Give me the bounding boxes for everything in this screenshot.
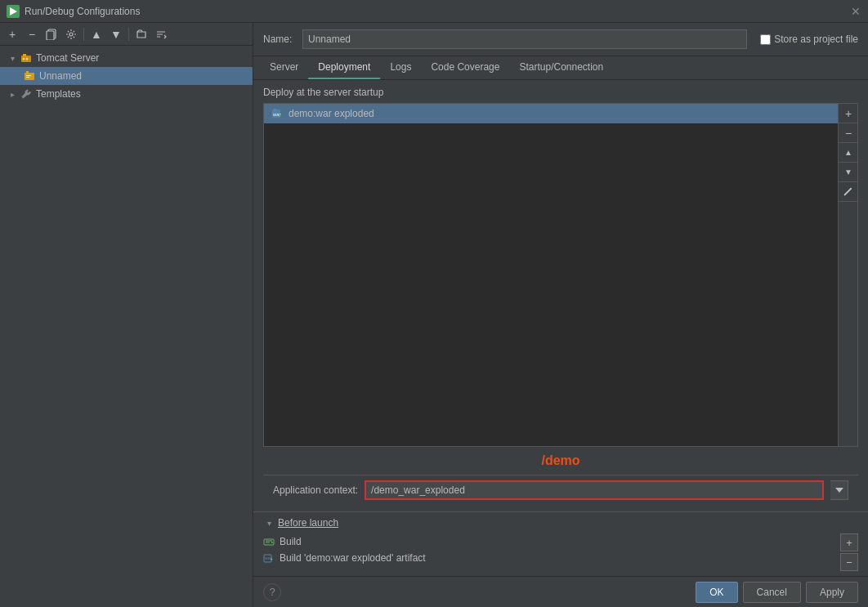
deploy-list[interactable]: war demo:war exploded (264, 104, 838, 446)
svg-rect-2 (47, 31, 54, 40)
tomcat-group-label: Tomcat Server (36, 52, 99, 64)
tab-server[interactable]: Server (260, 56, 308, 79)
before-launch-toggle[interactable]: ▾ (263, 517, 275, 529)
svg-rect-11 (26, 77, 29, 78)
templates-icon (20, 87, 33, 100)
deploy-item-icon: war (271, 107, 284, 120)
store-as-project-file[interactable]: Store as project file (760, 33, 858, 45)
svg-rect-9 (26, 71, 29, 74)
deploy-item-text: demo:war exploded (289, 108, 374, 119)
move-to-folder-button[interactable] (132, 25, 150, 43)
app-icon (7, 5, 20, 18)
before-launch-content: Build war Build 'demo:war exploded' arti (263, 533, 858, 571)
copy-config-button[interactable] (43, 25, 60, 43)
down-config-button[interactable]: ▼ (107, 25, 125, 43)
before-launch-header: ▾ Before launch (263, 517, 858, 529)
before-launch-build-item[interactable]: Build (263, 533, 840, 550)
tomcat-group-icon (20, 51, 33, 65)
dialog-buttons: OK Cancel Apply (696, 582, 858, 603)
app-context-dropdown-button[interactable] (830, 480, 848, 500)
sidebar: + − ▲ ▼ (0, 23, 253, 607)
configuration-tree: ▾ Tomcat Server (0, 46, 253, 607)
up-config-button[interactable]: ▲ (87, 25, 105, 43)
deploy-remove-button[interactable]: − (839, 123, 858, 143)
deploy-section: Deploy at the server startup war (253, 80, 868, 511)
deploy-list-buttons: + − ▲ ▼ (838, 104, 857, 446)
name-row: Name: Store as project file (253, 23, 868, 56)
context-label: /demo (263, 447, 858, 475)
before-launch-remove-button[interactable]: − (840, 553, 858, 571)
close-button[interactable]: ✕ (850, 6, 861, 17)
main-content: + − ▲ ▼ (0, 23, 868, 607)
deploy-section-label: Deploy at the server startup (263, 87, 858, 98)
deploy-down-button[interactable]: ▼ (839, 163, 858, 182)
help-button[interactable]: ? (263, 583, 281, 601)
deploy-add-button[interactable]: + (839, 104, 858, 123)
sidebar-toolbar: + − ▲ ▼ (0, 23, 253, 46)
tomcat-server-group[interactable]: ▾ Tomcat Server (0, 49, 253, 67)
deploy-item[interactable]: war demo:war exploded (264, 104, 838, 123)
cancel-button[interactable]: Cancel (743, 582, 801, 603)
settings-config-button[interactable] (62, 25, 80, 43)
before-launch-title[interactable]: Before launch (278, 517, 338, 529)
svg-point-7 (26, 58, 29, 60)
deploy-edit-button[interactable] (839, 182, 858, 202)
tab-code-coverage[interactable]: Code Coverage (421, 56, 509, 79)
unnamed-config-icon (23, 69, 36, 83)
ok-button[interactable]: OK (696, 582, 737, 603)
svg-point-3 (69, 33, 73, 36)
tab-deployment[interactable]: Deployment (308, 56, 380, 79)
apply-button[interactable]: Apply (806, 582, 858, 603)
tab-logs[interactable]: Logs (380, 56, 421, 79)
artifact-icon: war (263, 552, 275, 564)
svg-marker-0 (10, 7, 17, 16)
tab-startup-connection[interactable]: Startup/Connection (509, 56, 613, 79)
add-config-button[interactable]: + (3, 25, 21, 43)
name-input[interactable] (302, 29, 747, 49)
app-context-row: Application context: (263, 475, 858, 505)
app-context-input-wrapper (365, 480, 824, 500)
bottom-bar: ? OK Cancel Apply (253, 576, 868, 607)
deploy-up-button[interactable]: ▲ (839, 143, 858, 163)
templates-label: Templates (36, 88, 81, 100)
before-launch-items: Build war Build 'demo:war exploded' arti (263, 533, 840, 566)
name-label: Name: (263, 33, 296, 45)
svg-rect-8 (25, 73, 34, 80)
title-bar-title: Run/Debug Configurations (25, 6, 850, 17)
svg-point-6 (23, 58, 25, 60)
svg-rect-10 (26, 75, 31, 76)
before-launch-action-buttons: + − (840, 533, 858, 571)
tomcat-expand-icon: ▾ (7, 52, 18, 64)
app-context-input[interactable] (365, 480, 824, 500)
svg-rect-5 (23, 54, 26, 56)
templates-expand-icon: ▸ (7, 88, 18, 100)
before-launch-add-button[interactable]: + (840, 533, 858, 551)
deploy-list-container: war demo:war exploded + − ▲ ▼ (263, 103, 858, 447)
toolbar-separator-1 (83, 28, 84, 41)
artifact-item-label: Build 'demo:war exploded' artifact (280, 552, 426, 564)
unnamed-config-item[interactable]: Unnamed (0, 67, 253, 85)
right-panel: Name: Store as project file Server Deplo… (253, 23, 868, 607)
before-launch-artifact-item[interactable]: war Build 'demo:war exploded' artifact (263, 550, 840, 566)
templates-group[interactable]: ▸ Templates (0, 85, 253, 103)
sort-button[interactable] (152, 25, 170, 43)
tabs-bar: Server Deployment Logs Code Coverage Sta… (253, 56, 868, 80)
build-item-label: Build (280, 536, 302, 547)
title-bar: Run/Debug Configurations ✕ (0, 0, 868, 23)
before-launch-section: ▾ Before launch (253, 511, 868, 576)
build-icon (263, 536, 275, 547)
deployment-tab-content: Deploy at the server startup war (253, 80, 868, 576)
app-context-label: Application context: (273, 484, 358, 496)
store-checkbox-label: Store as project file (774, 33, 858, 45)
remove-config-button[interactable]: − (23, 25, 41, 43)
store-checkbox-input[interactable] (760, 34, 771, 45)
toolbar-separator-2 (128, 28, 129, 41)
unnamed-config-label: Unnamed (39, 70, 82, 82)
svg-rect-13 (274, 109, 276, 110)
